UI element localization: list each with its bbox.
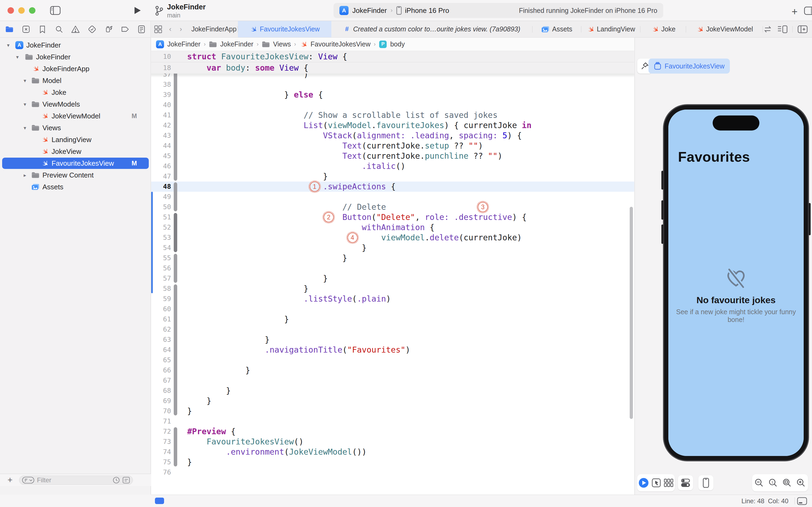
breadcrumb-item[interactable]: JokeFinder	[220, 40, 253, 48]
project-navigator-icon[interactable]	[5, 25, 14, 34]
scheme-app-name[interactable]: JokeFinder	[352, 6, 387, 15]
code-line-45[interactable]: 45 Text(currentJoke.punchline ?? "")	[151, 151, 634, 161]
tests-icon[interactable]	[88, 25, 97, 34]
add-file-button[interactable]: +	[7, 475, 13, 485]
scheme-selector[interactable]: A JokeFinder › iPhone 16 Pro Finished ru…	[334, 3, 663, 18]
breadcrumb-item[interactable]: JokeFinder	[167, 40, 200, 48]
code-line-67[interactable]: 67	[151, 376, 634, 386]
code-line-52[interactable]: 52 withAnimation {	[151, 222, 634, 233]
code-line-50[interactable]: 50 // Delete3	[151, 202, 634, 212]
code-line-61[interactable]: 61 }	[151, 314, 634, 324]
code-line-46[interactable]: 46 .italic()	[151, 161, 634, 171]
tab-joke[interactable]: Joke	[640, 21, 686, 37]
code-line-69[interactable]: 69 }	[151, 396, 634, 406]
code-line-71[interactable]: 71	[151, 416, 634, 427]
code-line-75[interactable]: 75}	[151, 457, 634, 467]
code-line-70[interactable]: 70}	[151, 406, 634, 416]
code-line-54[interactable]: 54 }	[151, 243, 634, 253]
code-line-42[interactable]: 42 List(viewModel.favouriteJokes) { curr…	[151, 120, 634, 130]
code-line-73[interactable]: 73 FavouriteJokesView()	[151, 437, 634, 447]
device-settings-button[interactable]	[678, 475, 693, 490]
sidebar-item-preview-content[interactable]: ▸Preview Content	[0, 169, 151, 181]
code-line-18[interactable]: 18 var body: some View {	[151, 62, 634, 73]
code-line-41[interactable]: 41 // Show a scrollable list of saved jo…	[151, 110, 634, 120]
sidebar-item-viewmodels[interactable]: ▾ViewModels	[0, 98, 151, 110]
right-panel-toggle-icon[interactable]	[804, 6, 812, 15]
code-line-76[interactable]: 76	[151, 467, 634, 477]
filter-field[interactable]: Filter	[19, 475, 133, 485]
editor-display-options-icon[interactable]	[797, 497, 807, 505]
sidebar-item-assets[interactable]: Assets	[0, 181, 151, 193]
code-line-44[interactable]: 44 Text(currentJoke.setup ?? "")	[151, 141, 634, 151]
zoom-out-icon[interactable]	[754, 478, 764, 488]
code-line-51[interactable]: 51 Button("Delete", role: .destructive) …	[151, 212, 634, 222]
window-zoom-button[interactable]	[29, 7, 36, 14]
disclosure-down-icon[interactable]: ▾	[16, 54, 19, 60]
add-tab-button[interactable]: +	[792, 6, 798, 17]
code-line-64[interactable]: 64 .navigationTitle("Favourites")	[151, 345, 634, 355]
tab-jokefinderapp[interactable]: JokeFinderApp	[190, 21, 238, 37]
code-line-66[interactable]: 66 }	[151, 365, 634, 376]
tab-jokeviewmodel[interactable]: JokeViewModel	[686, 21, 763, 37]
reports-icon[interactable]	[137, 25, 146, 34]
zoom-fit-icon[interactable]	[782, 478, 792, 488]
live-preview-icon[interactable]	[638, 477, 649, 488]
tab-landingview[interactable]: LandingView	[581, 21, 641, 37]
code-line-68[interactable]: 68 }	[151, 386, 634, 396]
editor-layout-icon[interactable]	[777, 25, 788, 33]
breadcrumb-item[interactable]: body	[390, 40, 405, 48]
sidebar-item-landingview[interactable]: LandingView	[0, 134, 151, 146]
code-line-65[interactable]: 65	[151, 355, 634, 365]
code-line-49[interactable]: 49	[151, 192, 634, 202]
sidebar-toggle-icon[interactable]	[50, 6, 61, 15]
sidebar-item-jokeview[interactable]: JokeView	[0, 146, 151, 157]
breakpoints-icon[interactable]	[121, 25, 130, 34]
sidebar-item-joke[interactable]: Joke	[0, 87, 151, 98]
sidebar-item-views[interactable]: ▾Views	[0, 122, 151, 134]
tab-overview-icon[interactable]	[151, 21, 165, 37]
flagged-filter-icon[interactable]	[122, 477, 130, 484]
code-line-40[interactable]: 40	[151, 100, 634, 110]
zoom-100-icon[interactable]: 1	[768, 478, 778, 488]
window-close-button[interactable]	[7, 7, 14, 14]
issues-icon[interactable]	[71, 25, 80, 34]
disclosure-right-icon[interactable]: ▸	[23, 172, 26, 178]
sidebar-item-model[interactable]: ▾Model	[0, 75, 151, 87]
disclosure-down-icon[interactable]: ▾	[7, 42, 10, 48]
editor-status-indicator[interactable]	[155, 498, 164, 504]
sidebar-item-jokefinderapp[interactable]: JokeFinderApp	[0, 63, 151, 75]
sidebar-item-jokeviewmodel[interactable]: JokeViewModelM	[0, 110, 151, 122]
code-line-62[interactable]: 62	[151, 324, 634, 335]
find-icon[interactable]	[55, 25, 64, 34]
variants-icon[interactable]	[663, 478, 674, 488]
go-back-icon[interactable]: ‹	[165, 21, 175, 37]
code-line-48[interactable]: 48 .swipeActions {1	[151, 181, 634, 192]
bookmarks-icon[interactable]	[38, 25, 47, 34]
code-line-55[interactable]: 55 }	[151, 253, 634, 263]
code-line-43[interactable]: 43 VStack(alignment: .leading, spacing: …	[151, 130, 634, 141]
preview-target-chip[interactable]: FavouriteJokesView	[648, 59, 730, 73]
editor-scrollbar[interactable]	[630, 207, 633, 419]
code-line-60[interactable]: 60	[151, 304, 634, 314]
code-line-56[interactable]: 56	[151, 263, 634, 273]
code-line-74[interactable]: 74 .environment(JokeViewModel())	[151, 447, 634, 457]
line-column-indicator[interactable]: Line: 48 Col: 40	[741, 497, 789, 505]
device-button[interactable]	[698, 475, 713, 490]
add-editor-icon[interactable]	[798, 25, 808, 33]
code-line-63[interactable]: 63 }	[151, 335, 634, 345]
disclosure-down-icon[interactable]: ▾	[23, 101, 26, 107]
sidebar-item-jokefinder[interactable]: ▾JokeFinder	[0, 51, 151, 63]
code-line-57[interactable]: 57 }	[151, 273, 634, 284]
code-line-39[interactable]: 39 } else {	[151, 90, 634, 100]
code-line-72[interactable]: 72#Preview {	[151, 427, 634, 437]
breadcrumb-item[interactable]: Views	[273, 40, 291, 48]
scheme-device-name[interactable]: iPhone 16 Pro	[405, 6, 449, 15]
code-line-10[interactable]: 10struct FavouriteJokesView: View {	[151, 51, 634, 62]
tab-assets[interactable]: Assets	[532, 21, 581, 37]
code-line-47[interactable]: 47 }	[151, 171, 634, 181]
code-line-53[interactable]: 53 viewModel.delete(currentJoke)4	[151, 233, 634, 243]
selectable-icon[interactable]	[651, 478, 661, 488]
code-line-58[interactable]: 58 }	[151, 284, 634, 294]
code-line-59[interactable]: 59 .listStyle(.plain)	[151, 294, 634, 304]
tab-favouritejokesview[interactable]: FavouriteJokesView	[238, 21, 331, 37]
